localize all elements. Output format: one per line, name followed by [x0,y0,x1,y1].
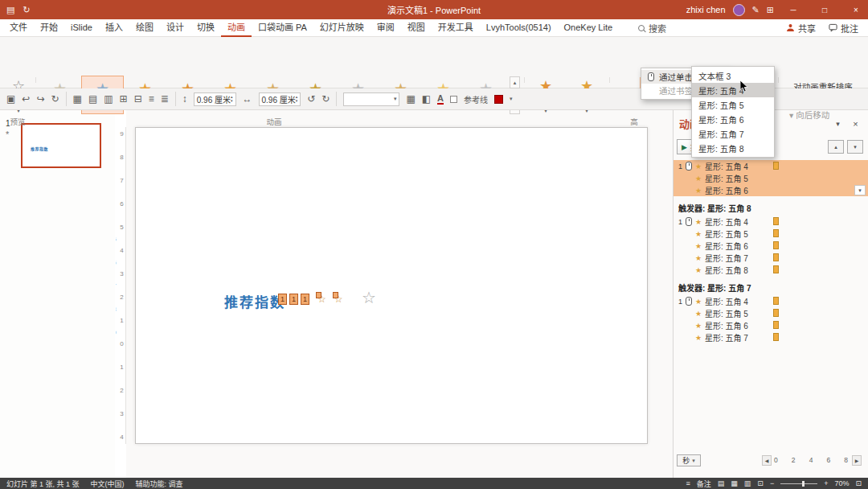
guides-checkbox[interactable] [450,96,457,103]
animation-indicator-icon[interactable]: * [6,129,9,139]
ribbon-display-options-icon[interactable]: ⊞ [767,5,774,15]
view-reading-icon[interactable]: ▥ [744,479,751,487]
slide-thumbnail[interactable]: 推荐指数 [21,123,101,168]
width-field[interactable]: 0.96 厘米▴▾ [259,92,301,106]
rotate-left-icon[interactable]: ↺ [307,93,315,105]
close-button[interactable]: × [844,0,868,19]
pen-icon[interactable]: ✎ [752,5,760,15]
search-input[interactable]: 搜索 [638,22,666,35]
slide-title-text[interactable]: 推荐指数 [224,291,285,311]
font-color-icon[interactable]: A [437,94,444,105]
user-name[interactable]: zhixi chen [686,5,726,14]
quick-access-icon-1[interactable]: ▤ [6,5,14,15]
seconds-dropdown[interactable]: 秒 ▾ [677,454,701,466]
distribute-v-icon[interactable]: ⊟ [134,93,142,105]
animation-item[interactable]: ★ 星形: 五角 7 [674,252,868,264]
timing-bar[interactable] [773,241,779,249]
quick-access-redo-icon[interactable]: ↻ [23,5,30,15]
animation-item[interactable]: ★ 星形: 五角 6 [674,319,868,331]
animation-item[interactable]: ★ 星形: 五角 5 [674,307,868,319]
timing-bar[interactable] [773,265,779,273]
timeline-scroll-right-icon[interactable]: ▶ [852,455,862,466]
accessibility-status[interactable]: 辅助功能: 调查 [136,479,183,489]
submenu-item-star5[interactable]: 星形: 五角 5 [692,97,774,112]
animation-item[interactable]: ★ 星形: 五角 5 [674,172,868,184]
animation-item[interactable]: ★ 星形: 五角 6 [674,240,868,252]
timing-bar[interactable] [773,309,779,317]
share-button[interactable]: 共享 [786,22,816,35]
star-shape-small[interactable]: ☆ [334,294,343,305]
tab-islide[interactable]: iSlide [64,19,99,37]
shape-style-dropdown[interactable]: ▾ [343,92,399,106]
animation-item[interactable]: ★ 星形: 五角 5 [674,228,868,240]
align-rows-icon[interactable]: ▤ [88,93,97,105]
animation-item[interactable]: ★ 星形: 五角 8 [674,264,868,276]
reorder-down-button[interactable]: ▾ [847,140,863,154]
zoom-slider[interactable] [780,483,817,484]
table-icon[interactable]: ▦ [406,93,415,105]
zoom-out-icon[interactable]: − [770,479,774,487]
move-later-button[interactable]: ▾ 向后移动 [789,109,829,121]
spinner-arrows-icon[interactable]: ▴▾ [296,95,298,103]
chevron-down-icon[interactable]: ▾ [510,97,513,101]
redo-icon[interactable]: ↪ [36,93,44,105]
zoom-in-icon[interactable]: + [824,479,828,487]
rotate-right-icon[interactable]: ↻ [321,93,330,105]
tab-transitions[interactable]: 切换 [190,19,221,37]
tab-developer[interactable]: 开发工具 [432,19,480,37]
submenu-item-star7[interactable]: 星形: 五角 7 [692,126,774,141]
submenu-item-star8[interactable]: 星形: 五角 8 [692,141,774,155]
align-center-icon[interactable]: ≣ [161,93,169,105]
zoom-slider-thumb[interactable] [802,481,805,487]
item-dropdown-icon[interactable]: ▾ [854,185,866,195]
animation-number-tag[interactable]: 1 [301,294,309,305]
vertical-ruler[interactable]: 9 8 7 6 5 4 3 2 1 0 1 2 3 4 5 6 7 8 9 [116,127,126,444]
repeat-icon[interactable]: ↻ [51,93,59,105]
tab-pocket-animation[interactable]: 口袋动画 PA [252,19,313,37]
save-icon[interactable]: ▣ [6,93,15,105]
align-columns-icon[interactable]: ▥ [104,93,113,105]
animation-item[interactable]: 1 ★ 星形: 五角 4 [674,216,868,228]
shape-fill-color-icon[interactable] [494,95,503,104]
pane-close-icon[interactable]: × [850,117,862,129]
view-sorter-icon[interactable]: ▦ [731,479,738,487]
zoom-level[interactable]: 70% [834,479,849,487]
slide-info[interactable]: 幻灯片 第 1 张, 共 1 张 [6,479,80,489]
gallery-scroll-up-icon[interactable]: ▴ [510,76,520,88]
animation-number-tag[interactable]: 1 [289,294,298,305]
timeline-scroll-left-icon[interactable]: ◀ [762,455,772,466]
width-icon[interactable]: ↔ [243,93,252,105]
tab-draw[interactable]: 绘图 [129,19,160,37]
comments-button[interactable]: 批注 [829,22,858,35]
timing-bar[interactable] [773,253,779,261]
fit-to-window-icon[interactable]: ⊡ [855,479,862,487]
tab-onekey-lite[interactable]: OneKey Lite [558,19,620,37]
avatar[interactable] [733,4,745,16]
star-shape-small[interactable]: ☆ [317,294,326,305]
align-left-icon[interactable]: ≡ [149,93,154,105]
maximize-button[interactable]: □ [813,0,837,19]
fill-icon[interactable]: ◧ [422,93,431,105]
tab-design[interactable]: 设计 [160,19,190,37]
view-slideshow-icon[interactable]: ⊡ [757,479,764,487]
align-grid-icon[interactable]: ▦ [73,93,82,105]
tab-insert[interactable]: 插入 [99,19,129,37]
tab-slideshow[interactable]: 幻灯片放映 [313,19,371,37]
submenu-item-star4[interactable]: 星形: 五角 4 [692,83,774,97]
spinner-arrows-icon[interactable]: ▴▾ [231,95,233,103]
animation-item[interactable]: 1 ★ 星形: 五角 4 [674,160,868,172]
height-icon[interactable]: ↕ [182,93,187,105]
language-status[interactable]: 中文(中国) [91,479,125,489]
view-normal-icon[interactable]: ▤ [718,479,725,487]
submenu-item-textbox3[interactable]: 文本框 3 [692,68,774,83]
reorder-up-button[interactable]: ▴ [828,140,844,154]
minimize-button[interactable]: ─ [781,0,805,19]
tab-view[interactable]: 视图 [401,19,432,37]
distribute-h-icon[interactable]: ⊞ [120,93,128,105]
star-shape-outline[interactable]: ☆ [362,288,376,307]
slide-surface[interactable]: 推荐指数 1 1 1 ☆ ☆ ☆ [135,127,648,444]
height-field[interactable]: 0.96 厘米▴▾ [194,92,236,106]
timing-bar[interactable] [773,321,779,329]
animation-number-tag[interactable]: 1 [278,294,287,305]
timing-bar[interactable] [773,297,779,305]
